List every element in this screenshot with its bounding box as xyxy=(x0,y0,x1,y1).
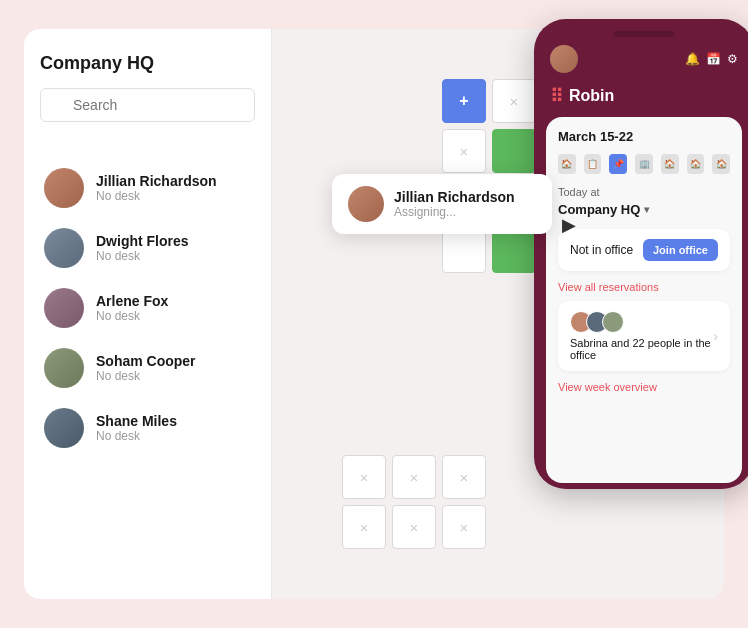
phone-date-range: March 15-22 xyxy=(558,129,730,144)
view-reservations-link[interactable]: View all reservations xyxy=(558,277,730,301)
person-info-shane: Shane Miles No desk xyxy=(96,413,177,443)
not-in-office-label: Not in office xyxy=(570,243,633,257)
avatar-dwight xyxy=(44,228,84,268)
grid-cell: × xyxy=(442,455,486,499)
day-icon-7[interactable]: 🏠 xyxy=(712,154,730,174)
calendar-icon: 📅 xyxy=(706,52,721,66)
person-desk-arlene: No desk xyxy=(96,309,168,323)
main-container: Company HQ 🔍 Jillian Richardson No desk … xyxy=(24,29,724,599)
app-name: Robin xyxy=(569,87,614,105)
avatar-soham xyxy=(44,348,84,388)
phone-logo: ⠿ Robin xyxy=(546,81,742,117)
phone-status-bar: 🔔 📅 ⚙ xyxy=(546,45,742,81)
people-avatars xyxy=(570,311,713,333)
occupied-cell xyxy=(492,229,536,273)
company-title: Company HQ xyxy=(40,53,255,74)
person-name-soham: Soham Cooper xyxy=(96,353,196,369)
person-desk-shane: No desk xyxy=(96,429,177,443)
search-input[interactable] xyxy=(40,88,255,122)
people-avatar-3 xyxy=(602,311,624,333)
person-info-dwight: Dwight Flores No desk xyxy=(96,233,189,263)
assignment-tooltip: Jillian Richardson Assigning... xyxy=(332,174,552,234)
grid-cell: × xyxy=(442,505,486,549)
grid-cell: × xyxy=(342,455,386,499)
occupied-cell xyxy=(492,129,536,173)
avatar-shane xyxy=(44,408,84,448)
join-office-button[interactable]: Join office xyxy=(643,239,718,261)
avatar-arlene xyxy=(44,288,84,328)
grid-cell: × xyxy=(342,505,386,549)
person-name-arlene: Arlene Fox xyxy=(96,293,168,309)
person-desk-dwight: No desk xyxy=(96,249,189,263)
tooltip-avatar xyxy=(348,186,384,222)
phone-status-icons: 🔔 📅 ⚙ xyxy=(685,52,738,66)
chevron-right-icon: › xyxy=(713,328,718,344)
people-count-text: Sabrina and 22 people in the office xyxy=(570,337,713,361)
grid-cell: × xyxy=(392,455,436,499)
person-item-dwight[interactable]: Dwight Flores No desk xyxy=(40,218,255,278)
grid-cell: × xyxy=(442,129,486,173)
person-name-jillian: Jillian Richardson xyxy=(96,173,217,189)
people-info: Sabrina and 22 people in the office xyxy=(570,311,713,361)
phone-notch xyxy=(614,31,674,37)
day-icon-4[interactable]: 🏢 xyxy=(635,154,653,174)
day-icon-2[interactable]: 📋 xyxy=(584,154,602,174)
phone-location[interactable]: Company HQ ▾ xyxy=(558,202,730,217)
phone-user-avatar xyxy=(550,45,578,73)
day-icon-6[interactable]: 🏠 xyxy=(687,154,705,174)
person-item-jillian[interactable]: Jillian Richardson No desk xyxy=(40,158,255,218)
person-info-jillian: Jillian Richardson No desk xyxy=(96,173,217,203)
day-icon-1[interactable]: 🏠 xyxy=(558,154,576,174)
phone-content: March 15-22 🏠 📋 📌 🏢 🏠 🏠 🏠 Today at Compa… xyxy=(546,117,742,483)
phone-day-icons: 🏠 📋 📌 🏢 🏠 🏠 🏠 xyxy=(558,154,730,174)
avatar-jillian xyxy=(44,168,84,208)
left-panel: Company HQ 🔍 Jillian Richardson No desk … xyxy=(24,29,272,599)
tooltip-info: Jillian Richardson Assigning... xyxy=(394,189,515,219)
grid-cell: × xyxy=(392,505,436,549)
day-icon-5[interactable]: 🏠 xyxy=(661,154,679,174)
cursor-icon: ▶ xyxy=(562,214,576,236)
grid-cell: × xyxy=(492,79,536,123)
person-info-soham: Soham Cooper No desk xyxy=(96,353,196,383)
view-week-link[interactable]: View week overview xyxy=(558,377,730,393)
middle-area: + × × × × × × × × × × Jillian Richar xyxy=(272,29,724,599)
settings-icon: ⚙ xyxy=(727,52,738,66)
person-desk-soham: No desk xyxy=(96,369,196,383)
phone-today-label: Today at xyxy=(558,186,730,198)
tooltip-name: Jillian Richardson xyxy=(394,189,515,205)
person-name-shane: Shane Miles xyxy=(96,413,177,429)
bottom-grid: × × × × × × xyxy=(342,455,486,549)
phone-status-card: Not in office Join office xyxy=(558,229,730,271)
person-info-arlene: Arlene Fox No desk xyxy=(96,293,168,323)
notification-icon: 🔔 xyxy=(685,52,700,66)
phone-people-card[interactable]: Sabrina and 22 people in the office › xyxy=(558,301,730,371)
add-desk-cell[interactable]: + xyxy=(442,79,486,123)
phone-mockup: 🔔 📅 ⚙ ⠿ Robin March 15-22 🏠 📋 📌 🏢 🏠 🏠 xyxy=(534,19,748,489)
search-wrapper: 🔍 xyxy=(40,88,255,140)
grid-cell xyxy=(442,229,486,273)
person-desk-jillian: No desk xyxy=(96,189,217,203)
person-item-arlene[interactable]: Arlene Fox No desk xyxy=(40,278,255,338)
tooltip-status: Assigning... xyxy=(394,205,515,219)
person-item-soham[interactable]: Soham Cooper No desk xyxy=(40,338,255,398)
person-name-dwight: Dwight Flores xyxy=(96,233,189,249)
robin-logo-dots: ⠿ xyxy=(550,85,563,107)
person-item-shane[interactable]: Shane Miles No desk xyxy=(40,398,255,458)
chevron-down-icon: ▾ xyxy=(644,204,649,215)
day-icon-3-active[interactable]: 📌 xyxy=(609,154,627,174)
